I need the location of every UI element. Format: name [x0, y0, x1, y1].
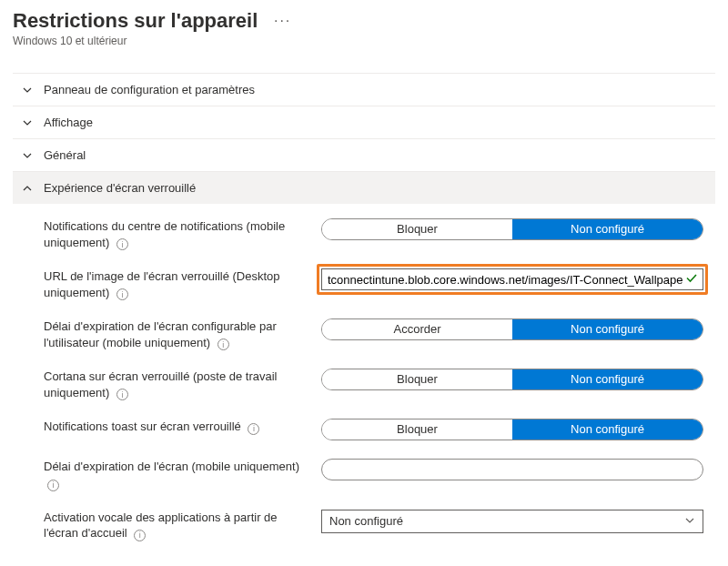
label-text: Notifications toast sur écran verrouillé	[44, 419, 241, 433]
setting-label: URL de l'image de l'écran verrouillé (De…	[44, 268, 321, 300]
toggle-option-block[interactable]: Bloquer	[322, 419, 512, 440]
setting-row-timeout-mobile: Délai d'expiration de l'écran (mobile un…	[13, 451, 715, 501]
setting-label: Délai d'expiration de l'écran (mobile un…	[44, 459, 321, 490]
label-text: Délai d'expiration de l'écran (mobile un…	[44, 460, 299, 473]
setting-label: Cortana sur écran verrouillé (poste de t…	[44, 369, 321, 400]
chevron-down-icon	[16, 117, 38, 128]
section-title: Général	[44, 148, 86, 162]
section-title: Expérience d'écran verrouillé	[44, 181, 196, 195]
info-icon[interactable]: i	[116, 389, 128, 400]
section-title: Panneau de configuration et paramètres	[44, 83, 255, 96]
toggle-option-not-configured[interactable]: Non configuré	[512, 369, 703, 389]
chevron-down-icon	[16, 85, 38, 96]
chevron-down-icon	[16, 150, 38, 161]
info-icon[interactable]: i	[134, 530, 146, 541]
section-lockscreen[interactable]: Expérience d'écran verrouillé	[13, 172, 715, 204]
select-value: Non configuré	[329, 514, 403, 528]
label-text: URL de l'image de l'écran verrouillé (De…	[44, 269, 280, 299]
toggle-option-not-configured[interactable]: Non configuré	[512, 219, 703, 239]
setting-row-timeout-user: Délai d'expiration de l'écran configurab…	[13, 311, 715, 361]
info-icon[interactable]: i	[217, 339, 229, 350]
info-icon[interactable]: i	[116, 238, 128, 250]
section-panel-settings[interactable]: Panneau de configuration et paramètres	[13, 74, 715, 106]
toggle-timeout-user[interactable]: Accorder Non configuré	[321, 318, 703, 340]
lock-image-url-input[interactable]	[321, 268, 703, 290]
setting-row-voice-activation: Activation vocale des applications à par…	[13, 502, 715, 552]
setting-row-cortana-lock: Cortana sur écran verrouillé (poste de t…	[13, 361, 715, 411]
label-text: Délai d'expiration de l'écran configurab…	[44, 319, 277, 349]
toggle-option-allow[interactable]: Accorder	[322, 319, 512, 339]
toggle-option-not-configured[interactable]: Non configuré	[512, 319, 703, 339]
toggle-option-block[interactable]: Bloquer	[322, 369, 512, 389]
setting-label: Notifications toast sur écran verrouillé…	[44, 419, 321, 435]
chevron-down-icon	[684, 515, 695, 528]
info-icon[interactable]: i	[116, 288, 128, 300]
toggle-cortana-lock[interactable]: Bloquer Non configuré	[321, 369, 703, 390]
label-text: Activation vocale des applications à par…	[44, 510, 278, 541]
toggle-option-not-configured[interactable]: Non configuré	[512, 419, 703, 440]
timeout-mobile-input[interactable]	[321, 459, 703, 480]
toggle-toast-lock[interactable]: Bloquer Non configuré	[321, 419, 703, 440]
voice-activation-select[interactable]: Non configuré	[321, 510, 703, 533]
section-display[interactable]: Affichage	[13, 106, 715, 138]
chevron-up-icon	[16, 183, 38, 194]
toggle-notification-center[interactable]: Bloquer Non configuré	[321, 218, 703, 240]
info-icon[interactable]: i	[47, 480, 59, 491]
setting-row-toast-lock: Notifications toast sur écran verrouillé…	[13, 411, 715, 451]
page-subtitle: Windows 10 et ultérieur	[13, 35, 715, 47]
label-text: Cortana sur écran verrouillé (poste de t…	[44, 369, 278, 399]
more-actions-button[interactable]: ···	[274, 13, 291, 29]
toggle-option-block[interactable]: Bloquer	[322, 219, 512, 239]
checkmark-icon	[685, 272, 698, 288]
highlighted-input-wrap	[317, 264, 708, 295]
setting-label: Activation vocale des applications à par…	[44, 510, 321, 541]
info-icon[interactable]: i	[248, 423, 259, 435]
section-general[interactable]: Général	[13, 139, 715, 171]
section-title: Affichage	[44, 116, 93, 129]
setting-label: Notifications du centre de notifications…	[44, 218, 321, 250]
setting-row-notification-center: Notifications du centre de notifications…	[13, 211, 715, 261]
setting-label: Délai d'expiration de l'écran configurab…	[44, 318, 321, 350]
page-title: Restrictions sur l'appareil	[13, 9, 258, 33]
label-text: Notifications du centre de notifications…	[44, 219, 285, 249]
setting-row-lock-image-url: URL de l'image de l'écran verrouillé (De…	[13, 261, 715, 311]
